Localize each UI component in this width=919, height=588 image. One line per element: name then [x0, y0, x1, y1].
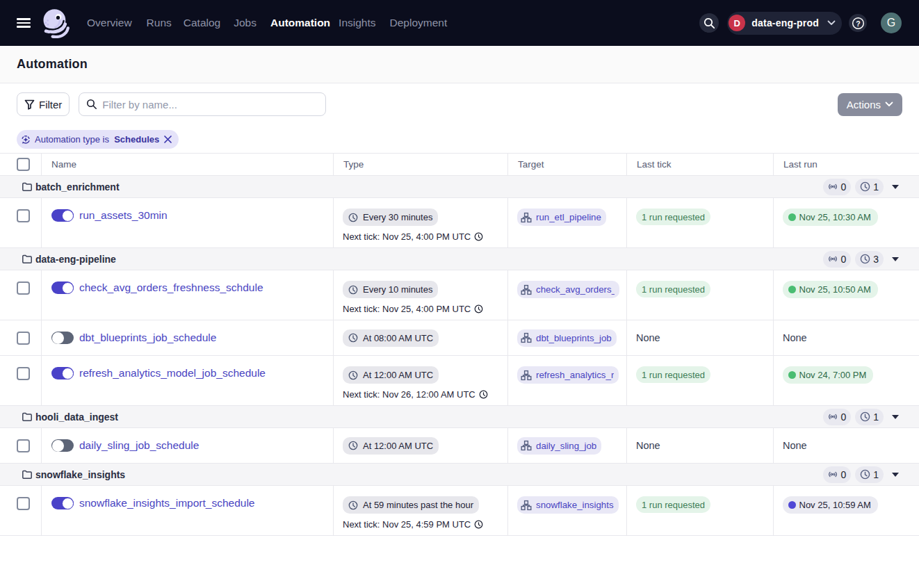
svg-text:?: ? [856, 19, 860, 27]
